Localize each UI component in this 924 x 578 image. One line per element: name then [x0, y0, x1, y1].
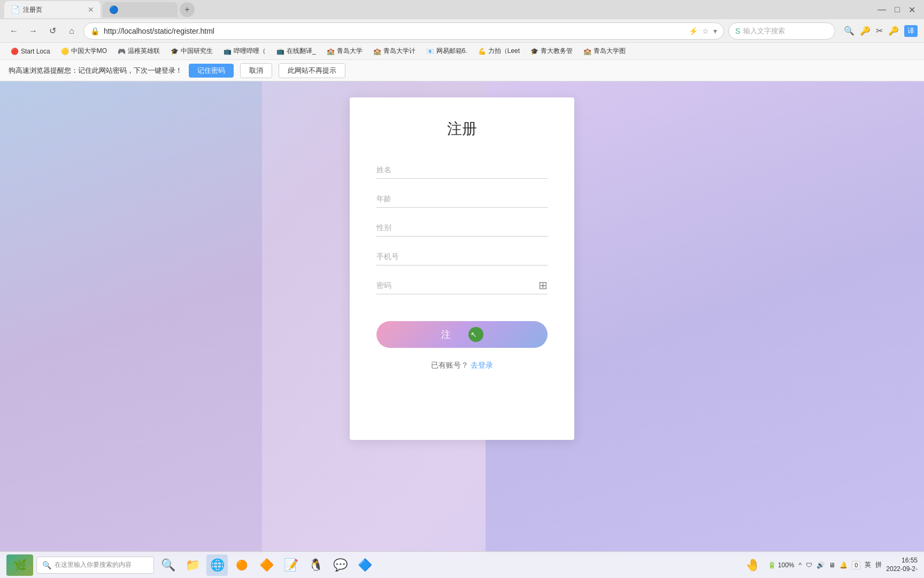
- bookmark-start-loca[interactable]: 🔴 Start Loca: [6, 47, 55, 56]
- age-input[interactable]: [376, 189, 548, 208]
- bookmark-label-0: Start Loca: [21, 48, 50, 55]
- password-visibility-toggle[interactable]: ⊞: [538, 279, 548, 292]
- inactive-tab[interactable]: 🔵: [103, 2, 178, 17]
- taskbar-search-app[interactable]: 🔍: [157, 554, 179, 576]
- bookmark-3[interactable]: 🎮 温稚英雄联: [113, 45, 164, 57]
- login-prompt-text: 已有账号？: [431, 361, 468, 369]
- helper-icon[interactable]: 🤚: [742, 554, 764, 576]
- search-box[interactable]: S 输入文字搜索: [728, 22, 835, 40]
- shield-icon: 🛡: [806, 561, 812, 569]
- gender-input[interactable]: [376, 218, 548, 237]
- register-submit-button[interactable]: 注 册 ↖: [376, 321, 548, 348]
- bookmark-label-2: 温稚英雄联: [128, 47, 160, 56]
- search-engine-icon: S: [735, 27, 740, 35]
- taskbar-qidian[interactable]: 🔶: [256, 554, 277, 576]
- bookmark-4[interactable]: 🎓 中国研究生: [166, 45, 217, 57]
- bookmark-label-3: 中国研究生: [181, 47, 213, 56]
- no-more-prompt-button[interactable]: 此网站不再提示: [279, 63, 345, 78]
- search-icon[interactable]: 🔍: [844, 26, 854, 36]
- bookmark-label-6: 青岛大学: [337, 47, 363, 56]
- taskbar-search[interactable]: 🔍 在这里输入你要搜索的内容: [36, 557, 154, 574]
- taskbar-word[interactable]: 📝: [280, 554, 302, 576]
- bookmark-12[interactable]: 🏫 青岛大学图: [579, 45, 630, 57]
- bookmark-icon-1: 🟡: [61, 48, 69, 55]
- bookmark-8[interactable]: 🏫 青岛大学计: [369, 45, 420, 57]
- maximize-button[interactable]: □: [895, 5, 900, 14]
- bookmark-11[interactable]: 🎓 青大教务管: [526, 45, 577, 57]
- forward-button[interactable]: →: [26, 24, 41, 39]
- go-login-link[interactable]: 去登录: [471, 361, 493, 369]
- tab-close-btn[interactable]: ✕: [88, 5, 94, 14]
- url-display: http://localhost/static/register.html: [104, 27, 684, 35]
- home-button[interactable]: ⌂: [64, 24, 79, 39]
- cancel-button[interactable]: 取消: [240, 63, 272, 78]
- register-title: 注册: [447, 119, 477, 139]
- bookmark-6[interactable]: 📺 在线翻译_: [272, 45, 320, 57]
- close-button[interactable]: ✕: [908, 5, 915, 15]
- bookmark-label-5: 在线翻译_: [287, 47, 316, 56]
- active-tab[interactable]: 📄 注册页 ✕: [4, 1, 101, 18]
- gender-field-group: [376, 218, 548, 237]
- bookmark-label-10: 青大教务管: [541, 47, 573, 56]
- taskbar-qq[interactable]: 🐧: [305, 554, 326, 576]
- taskbar-search-icon: 🔍: [42, 561, 51, 569]
- refresh-button[interactable]: ↺: [45, 24, 60, 39]
- address-input[interactable]: 🔒 http://localhost/static/register.html …: [83, 22, 724, 40]
- tab-icon: 📄: [11, 5, 20, 14]
- bookmark-zhongguodaxuemo[interactable]: 🟡 中国大学MO: [57, 45, 111, 57]
- phone-field-group: [376, 247, 548, 265]
- key-icon[interactable]: 🔑: [888, 26, 899, 36]
- remember-password-button[interactable]: 记住密码: [189, 64, 234, 78]
- tab-label: 注册页: [23, 5, 42, 14]
- bookmark-icon-7: 🏫: [373, 48, 381, 55]
- battery-percent: 100%: [778, 561, 795, 569]
- search-placeholder: 输入文字搜索: [743, 26, 785, 36]
- bookmark-label-1: 中国大学MO: [71, 47, 107, 56]
- bookmark-5[interactable]: 📺 哔哩哔哩（: [219, 45, 270, 57]
- notification-badge: 0: [852, 561, 860, 569]
- input-method-indicator[interactable]: 拼: [875, 560, 882, 569]
- address-bar: ← → ↺ ⌂ 🔒 http://localhost/static/regist…: [0, 19, 924, 43]
- bookmark-icon-3: 🎓: [171, 48, 179, 55]
- notification-bar: 狗高速浏览器提醒您：记住此网站密码，下次一键登录！ 记住密码 取消 此网站不再提…: [0, 60, 924, 81]
- login-link-row: 已有账号？ 去登录: [431, 361, 493, 370]
- taskbar-jetbrains[interactable]: 🟠: [231, 554, 252, 576]
- bookmark-icon-8: 📧: [426, 48, 434, 55]
- bookmarks-bar: 🔴 Start Loca 🟡 中国大学MO 🎮 温稚英雄联 🎓 中国研究生 📺 …: [0, 43, 924, 60]
- bookmark-icon-10: 🎓: [530, 48, 538, 55]
- phone-input[interactable]: [376, 247, 548, 265]
- network-icon[interactable]: 🖥: [829, 561, 835, 569]
- start-menu-button[interactable]: 🌿: [6, 554, 33, 576]
- name-input[interactable]: [376, 161, 548, 179]
- bookmark-label-9: 力拍（Leet: [488, 47, 520, 56]
- taskbar-file-manager[interactable]: 📁: [182, 554, 203, 576]
- bookmark-icon-5: 📺: [276, 48, 284, 55]
- taskbar-browser[interactable]: 🌐: [206, 554, 228, 576]
- translate-icon[interactable]: 译: [904, 25, 918, 37]
- language-indicator[interactable]: 英: [865, 560, 871, 569]
- bookmark-10[interactable]: 💪 力拍（Leet: [474, 45, 524, 57]
- battery-icon: 🔋: [768, 561, 776, 569]
- system-tray: 🤚 🔋 100% ^ 🛡 🔊 🖥 🔔 0 英 拼 16:55 2022-09-2…: [742, 554, 918, 576]
- password-wrapper: ⊞: [376, 276, 548, 294]
- left-background: [0, 81, 262, 557]
- bookmark-9[interactable]: 📧 网易邮箱6.: [422, 45, 472, 57]
- login-icon[interactable]: 🔑: [860, 26, 871, 36]
- minimize-button[interactable]: —: [877, 5, 886, 14]
- clock-date: 2022-09-2-: [886, 565, 918, 574]
- speaker-icon[interactable]: 🔊: [817, 561, 825, 569]
- bookmark-7[interactable]: 🏫 青岛大学: [322, 45, 367, 57]
- star-icon[interactable]: ☆: [702, 27, 709, 35]
- system-clock: 16:55 2022-09-2-: [886, 557, 918, 573]
- dropdown-icon[interactable]: ▾: [713, 27, 717, 35]
- new-tab-button[interactable]: +: [180, 2, 195, 17]
- taskbar-sogou[interactable]: 🔷: [354, 554, 375, 576]
- cut-icon[interactable]: ✂: [876, 26, 883, 36]
- taskbar-wechat[interactable]: 💬: [329, 554, 351, 576]
- chevron-up-icon[interactable]: ^: [799, 561, 802, 569]
- taskbar: 🌿 🔍 在这里输入你要搜索的内容 🔍 📁 🌐 🟠 🔶 📝 🐧 💬 🔷 🤚 🔋 1…: [0, 551, 924, 578]
- password-input[interactable]: [376, 276, 538, 294]
- cursor-indicator: ↖: [468, 327, 483, 342]
- back-button[interactable]: ←: [6, 24, 21, 39]
- notification-icon[interactable]: 🔔: [840, 561, 848, 569]
